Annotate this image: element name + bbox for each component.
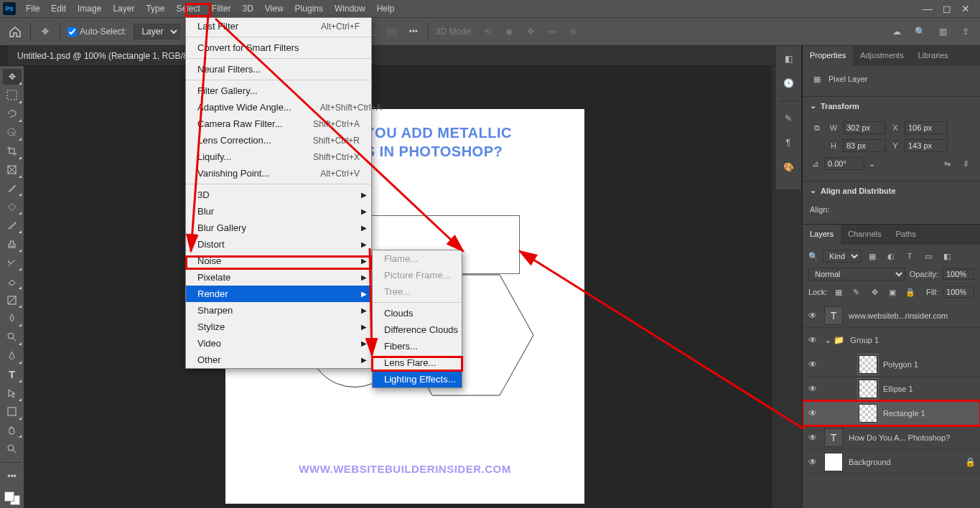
filter-blur-gallery[interactable]: Blur Gallery▶ [186, 220, 371, 236]
filter-other[interactable]: Other▶ [186, 352, 371, 368]
align-section[interactable]: ⌄Align and Distribute [803, 181, 980, 199]
visibility-icon[interactable]: 👁 [807, 359, 818, 370]
marquee-tool[interactable] [3, 88, 22, 103]
gradient-tool[interactable] [3, 292, 22, 308]
filter-type-icon[interactable]: T [902, 249, 917, 263]
history-brush-tool[interactable] [3, 255, 22, 271]
render-difference-clouds[interactable]: Difference Clouds [373, 321, 462, 338]
flip-h-icon[interactable]: ⇋ [940, 156, 954, 171]
visibility-icon[interactable]: 👁 [807, 408, 818, 418]
auto-select-checkbox[interactable]: Auto-Select: [67, 27, 126, 37]
visibility-icon[interactable]: 👁 [807, 384, 818, 394]
type-tool[interactable]: T [3, 367, 22, 382]
tab-adjustments[interactable]: Adjustments [853, 46, 911, 66]
filter-adj-icon[interactable]: ◐ [884, 249, 898, 263]
maximize-icon[interactable]: ◻ [943, 3, 951, 14]
healing-tool[interactable] [3, 199, 22, 215]
path-select-tool[interactable] [3, 385, 22, 401]
crop-tool[interactable] [3, 144, 22, 159]
width-input[interactable] [843, 121, 886, 134]
filter-convert-smart[interactable]: Convert for Smart Filters [186, 39, 371, 56]
brush-tool[interactable] [3, 217, 22, 233]
filter-last[interactable]: Last FilterAlt+Ctrl+F [186, 18, 371, 34]
character-panel-icon[interactable]: ¶ [781, 136, 795, 150]
render-fibers-[interactable]: Fibers... [373, 338, 462, 354]
menu-view[interactable]: View [259, 1, 289, 17]
dodge-tool[interactable] [3, 329, 22, 345]
document-tab[interactable]: Untitled-1.psd @ 100% (Rectangle 1, RGB/… [7, 47, 207, 65]
quick-select-tool[interactable] [3, 125, 22, 141]
blend-mode-select[interactable]: Normal [808, 268, 905, 281]
layer-row[interactable]: 👁⌄ 📁Group 1 [803, 328, 980, 352]
y-input[interactable] [905, 139, 948, 152]
filter-video[interactable]: Video▶ [186, 335, 371, 352]
eyedropper-tool[interactable] [3, 181, 22, 197]
render-lighting-effects[interactable]: Lighting Effects... [373, 371, 462, 387]
menu-image[interactable]: Image [72, 1, 107, 17]
shape-tool[interactable] [3, 404, 22, 420]
filter-pixel-icon[interactable]: ▦ [865, 249, 879, 263]
lock-all-icon[interactable]: 🔒 [904, 285, 918, 299]
brushes-panel-icon[interactable]: ✎ [781, 111, 795, 126]
move-tool[interactable]: ✥ [3, 69, 22, 85]
stamp-tool[interactable] [3, 236, 22, 252]
hand-tool[interactable] [3, 423, 22, 438]
menu-type[interactable]: Type [140, 1, 170, 17]
filter-lens-correction-[interactable]: Lens Correction...Shift+Ctrl+R [186, 132, 371, 149]
filter-sharpen[interactable]: Sharpen▶ [186, 302, 371, 319]
opacity-input[interactable] [943, 268, 974, 280]
tab-libraries[interactable]: Libraries [911, 46, 956, 66]
transform-section[interactable]: ⌄Transform [803, 96, 980, 115]
filter-filter-gallery-[interactable]: Filter Gallery... [186, 83, 371, 99]
swatches-panel-icon[interactable]: 🎨 [781, 160, 795, 174]
layer-row[interactable]: 👁Ellipse 1 [803, 377, 980, 401]
zoom-tool[interactable] [3, 441, 22, 456]
filter-camera-raw-filter-[interactable]: Camera Raw Filter...Shift+Ctrl+A [186, 116, 371, 132]
angle-input[interactable] [824, 157, 864, 170]
cloud-user-icon[interactable]: ☁ [890, 24, 904, 39]
layer-row[interactable]: 👁Polygon 1 [803, 352, 980, 377]
layer-row[interactable]: 👁Rectangle 1 [803, 401, 980, 425]
lock-pos-icon[interactable]: ✥ [868, 285, 882, 299]
color-panel-icon[interactable]: ◧ [781, 52, 795, 66]
share-icon[interactable]: ⇪ [958, 24, 973, 39]
visibility-icon[interactable]: 👁 [807, 457, 818, 467]
color-swatch[interactable] [4, 491, 20, 505]
eraser-tool[interactable] [3, 273, 22, 289]
lock-paint-icon[interactable]: ✎ [849, 285, 863, 299]
minimize-icon[interactable]: — [923, 3, 933, 14]
filter-pixelate[interactable]: Pixelate▶ [186, 269, 371, 286]
menu-layer[interactable]: Layer [107, 1, 140, 17]
visibility-icon[interactable]: 👁 [807, 311, 818, 321]
workspace-icon[interactable]: ▥ [935, 24, 950, 39]
tab-paths[interactable]: Paths [889, 225, 923, 245]
filter-render[interactable]: Render▶ [186, 286, 371, 302]
visibility-icon[interactable]: 👁 [807, 335, 818, 345]
menu-plugins[interactable]: Plugins [289, 1, 329, 17]
history-panel-icon[interactable]: 🕓 [781, 76, 795, 90]
layer-row[interactable]: 👁Background🔒 [803, 450, 980, 474]
menu-edit[interactable]: Edit [45, 1, 72, 17]
layer-row[interactable]: 👁Twww.websiteb...rinsider.com [803, 304, 980, 328]
filter-liquify-[interactable]: Liquify...Shift+Ctrl+X [186, 149, 371, 165]
lock-trans-icon[interactable]: ▦ [831, 285, 845, 299]
frame-tool[interactable] [3, 162, 22, 178]
filter-smart-icon[interactable]: ◧ [940, 249, 954, 263]
filter-stylize[interactable]: Stylize▶ [186, 319, 371, 335]
home-icon[interactable] [7, 24, 23, 39]
render-clouds[interactable]: Clouds [373, 305, 462, 321]
lock-nest-icon[interactable]: ▣ [886, 285, 900, 299]
visibility-icon[interactable]: 👁 [807, 433, 818, 443]
menu-file[interactable]: File [20, 1, 45, 17]
pen-tool[interactable] [3, 348, 22, 364]
lasso-tool[interactable] [3, 106, 22, 122]
flip-v-icon[interactable]: ⥯ [958, 156, 973, 171]
link-wh-icon[interactable]: ⧉ [810, 121, 824, 135]
edit-toolbar[interactable]: ••• [3, 469, 22, 484]
layer-row[interactable]: 👁THow Do You A... Photoshop? [803, 425, 980, 450]
x-input[interactable] [905, 121, 948, 134]
tab-properties[interactable]: Properties [803, 46, 853, 66]
filter-neural[interactable]: Neural Filters... [186, 61, 371, 77]
filter-adaptive-wide-angle-[interactable]: Adaptive Wide Angle...Alt+Shift+Ctrl+A [186, 99, 371, 116]
menu-3d[interactable]: 3D [236, 1, 258, 17]
